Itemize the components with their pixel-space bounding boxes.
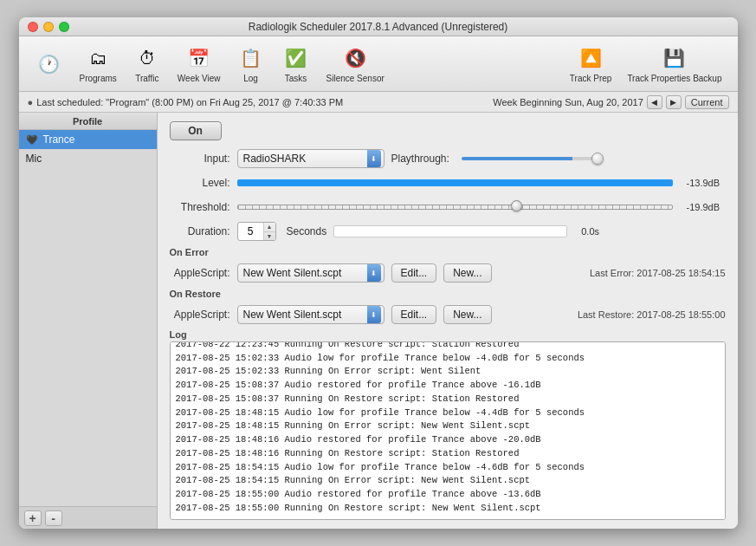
level-row: Level: -13.9dB: [170, 173, 726, 192]
threshold-db-value: -19.9dB: [687, 202, 726, 212]
log-entry: 2017-08-25 18:54:15 Audio low for profil…: [176, 461, 720, 475]
mic-label: Mic: [26, 153, 42, 165]
heart-icon: 🖤: [26, 134, 38, 146]
on-error-section-label: On Error: [170, 246, 726, 258]
programs-icon: 🗂: [84, 44, 112, 72]
on-restore-select-wrapper: New Went Silent.scpt ⬇: [237, 305, 384, 324]
week-view-label: Week View: [178, 74, 221, 83]
clock-icon: 🕐: [36, 50, 63, 78]
level-slider[interactable]: [237, 179, 673, 186]
sidebar-items: 🖤 Trance Mic: [19, 130, 157, 506]
nav-prev-button[interactable]: ◀: [647, 95, 662, 109]
input-row: Input: RadioSHARK ⬇ Playthrough:: [170, 149, 726, 168]
log-entry: 2017-08-25 18:55:00 Running On Restore s…: [176, 502, 720, 516]
threshold-slider-container[interactable]: [237, 201, 673, 213]
toolbar-item-week-view[interactable]: 📅 Week View: [171, 41, 228, 87]
maximize-button[interactable]: [59, 22, 69, 32]
on-error-select[interactable]: New Went Silent.scpt: [237, 263, 384, 283]
silence-sensor-icon: 🔇: [341, 44, 369, 72]
log-entry: 2017-08-22 12:23:45 Running On Restore s…: [176, 341, 720, 352]
log-entry: 2017-08-25 18:48:16 Audio restored for p…: [176, 433, 720, 447]
track-prep-icon: 🔼: [577, 44, 604, 72]
threshold-row: Threshold: -19.9dB: [170, 198, 726, 217]
on-restore-row: AppleScript: New Went Silent.scpt ⬇ Edit…: [170, 305, 726, 324]
on-error-select-wrapper: New Went Silent.scpt ⬇: [237, 263, 384, 283]
on-restore-select[interactable]: New Went Silent.scpt: [237, 305, 384, 324]
playthrough-label: Playthrough:: [391, 153, 449, 165]
toolbar-item-track-prep[interactable]: 🔼 Track Prep: [563, 41, 619, 87]
threshold-track: [237, 205, 673, 210]
remove-profile-button[interactable]: -: [45, 510, 62, 526]
current-button[interactable]: Current: [685, 95, 729, 109]
level-label: Level:: [170, 177, 230, 189]
duration-value: 5: [238, 225, 263, 237]
sidebar-footer: + -: [19, 506, 157, 529]
log-entry: 2017-08-25 18:48:15 Audio low for profil…: [176, 406, 720, 420]
week-view-icon: 📅: [185, 44, 213, 72]
log-entry: 2017-08-25 18:48:16 Running On Restore s…: [176, 447, 720, 461]
log-entry: 2017-08-25 18:54:15 Running On Error scr…: [176, 474, 720, 488]
log-section-label: Log: [170, 329, 726, 340]
input-label: Input:: [170, 153, 230, 165]
window-controls: [28, 22, 69, 32]
last-restore-label: Last Restore: 2017-08-25 18:55:00: [578, 309, 726, 320]
spinner-arrows: ▲ ▼: [263, 223, 275, 240]
threshold-thumb: [511, 200, 522, 211]
toolbar-item-tasks[interactable]: ✅ Tasks: [275, 41, 318, 87]
right-panel: On Input: RadioSHARK ⬇ Playthrough:: [158, 113, 738, 529]
traffic-icon: ⏱: [133, 44, 161, 72]
duration-label: Duration:: [170, 225, 230, 237]
spinner-down-button[interactable]: ▼: [264, 232, 275, 241]
log-box[interactable]: 2017-08-22 12:23:49 Audio restored for p…: [170, 341, 726, 520]
statusbar-left: ● Last scheduled: "Program" (8:00 PM) on…: [28, 97, 494, 107]
trance-label: Trance: [43, 133, 75, 146]
input-select-wrapper: RadioSHARK ⬇: [237, 149, 384, 168]
toolbar-item-track-backup[interactable]: 💾 Track Properties Backup: [620, 41, 728, 87]
minimize-button[interactable]: [43, 22, 54, 32]
duration-row: Duration: 5 ▲ ▼ Seconds 0.0s: [170, 222, 726, 241]
toolbar: 🕐 🗂 Programs ⏱ Traffic 📅 Week View 📋 Log…: [19, 36, 738, 92]
sidebar-item-mic[interactable]: Mic: [19, 149, 157, 168]
sidebar-item-trance[interactable]: 🖤 Trance: [19, 130, 157, 149]
duration-time-value: 0.0s: [581, 226, 620, 237]
window-title: Radiologik Scheduler 2017.8.1 Advanced (…: [249, 21, 508, 33]
on-restore-applescript-label: AppleScript:: [170, 309, 230, 321]
close-button[interactable]: [28, 22, 38, 32]
toolbar-item-log[interactable]: 📋 Log: [229, 41, 273, 87]
on-error-applescript-label: AppleScript:: [170, 267, 230, 279]
duration-spinner[interactable]: 5 ▲ ▼: [237, 222, 276, 241]
toolbar-item-programs[interactable]: 🗂 Programs: [73, 41, 124, 87]
main-window: Radiologik Scheduler 2017.8.1 Advanced (…: [19, 17, 738, 529]
tasks-icon: ✅: [282, 44, 310, 72]
record-indicator: ●: [28, 97, 34, 107]
on-button[interactable]: On: [170, 121, 222, 140]
main-content: Profile 🖤 Trance Mic + - On: [19, 113, 738, 529]
tasks-label: Tasks: [285, 74, 307, 83]
spinner-up-button[interactable]: ▲: [264, 223, 275, 232]
add-profile-button[interactable]: +: [24, 510, 42, 526]
log-entry: 2017-08-25 15:02:33 Running On Error scr…: [176, 365, 720, 379]
last-error-label: Last Error: 2017-08-25 18:54:15: [590, 268, 726, 278]
log-entry: 2017-08-25 18:48:15 Running On Error scr…: [176, 419, 720, 433]
duration-unit: Seconds: [287, 225, 327, 237]
input-select[interactable]: RadioSHARK: [237, 149, 384, 168]
traffic-label: Traffic: [135, 74, 158, 83]
playthrough-slider[interactable]: [462, 157, 600, 160]
nav-next-button[interactable]: ▶: [666, 95, 682, 109]
on-error-new-button[interactable]: New...: [443, 263, 491, 283]
on-restore-section-label: On Restore: [170, 288, 726, 300]
toolbar-item-traffic[interactable]: ⏱ Traffic: [126, 41, 169, 87]
track-backup-label: Track Properties Backup: [627, 74, 721, 83]
programs-label: Programs: [80, 74, 117, 83]
duration-bar: [333, 225, 567, 237]
week-beginning-text: Week Beginning Sun, Aug 20, 2017: [493, 97, 643, 107]
track-backup-icon: 💾: [661, 44, 688, 72]
on-restore-new-button[interactable]: New...: [443, 305, 491, 324]
track-prep-label: Track Prep: [570, 74, 612, 83]
toolbar-item-silence-sensor[interactable]: 🔇 Silence Sensor: [320, 41, 391, 87]
on-error-edit-button[interactable]: Edit...: [391, 263, 437, 283]
last-scheduled-text: Last scheduled: "Program" (8:00 PM) on F…: [36, 97, 343, 107]
log-entry: 2017-08-25 15:02:33 Audio low for profil…: [176, 352, 720, 366]
level-db-value: -13.9dB: [687, 178, 726, 188]
on-restore-edit-button[interactable]: Edit...: [391, 305, 437, 324]
